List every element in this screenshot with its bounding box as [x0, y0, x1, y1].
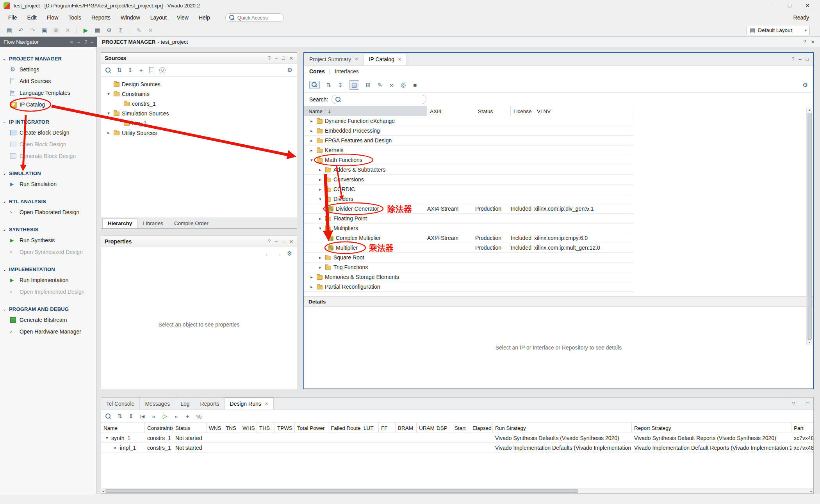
menu-edit[interactable]: Edit	[22, 12, 42, 23]
flownav-item-ip-catalog[interactable]: IPIP Catalog	[0, 99, 96, 110]
help-icon[interactable]: ?	[85, 39, 87, 45]
tab-project-summary[interactable]: Project Summary✕	[304, 53, 364, 65]
chevron-right-icon[interactable]: ▸	[317, 167, 323, 172]
minimize-icon[interactable]: ‒	[91, 39, 93, 45]
ip-row-floating-point[interactable]: ▸Floating Point	[304, 214, 633, 224]
ip-row-dividers[interactable]: ▾Dividers	[304, 194, 633, 204]
ip-row-trig-functions[interactable]: ▸Trig Functions	[304, 263, 633, 272]
tab-log[interactable]: Log	[175, 398, 195, 410]
maximize-icon[interactable]: □	[282, 55, 285, 61]
chevron-down-icon[interactable]: ▾	[309, 158, 314, 163]
source-constrs-1[interactable]: constrs_1	[101, 99, 297, 108]
runs-column-ths[interactable]: THS	[257, 423, 275, 433]
scroll-right-icon[interactable]: ▸	[810, 489, 812, 493]
details-pane-icon[interactable]: ■	[412, 82, 418, 88]
percent-icon[interactable]: %	[196, 413, 202, 420]
chevron-right-icon[interactable]: ▸	[317, 255, 323, 260]
flownav-item-open-hardware-manager[interactable]: ›Open Hardware Manager	[0, 326, 96, 337]
menu-help[interactable]: Help	[194, 12, 215, 23]
chevron-right-icon[interactable]: ▸	[309, 128, 314, 133]
ip-row-divider-generator[interactable]: Divider GeneratorAXI4-StreamProductionIn…	[304, 204, 633, 214]
chevron-right-icon[interactable]: ▸	[113, 445, 118, 450]
scroll-left-icon[interactable]: ◂	[102, 489, 104, 493]
chevron-right-icon[interactable]: ▸	[317, 177, 323, 182]
delete-icon[interactable]: ✕	[62, 26, 73, 35]
back-arrow-icon[interactable]: ←	[265, 250, 271, 257]
tab-cores[interactable]: Cores	[309, 68, 325, 75]
edit-pencil-icon[interactable]: ✎	[134, 26, 144, 35]
maximize-icon[interactable]: □	[806, 401, 809, 406]
tab-reports[interactable]: Reports	[195, 398, 225, 410]
add-repository-icon[interactable]: ⊞	[365, 82, 371, 89]
step-back-icon[interactable]: «	[151, 413, 157, 420]
details-header[interactable]: Details	[304, 296, 813, 307]
scroll-down-icon[interactable]: ▾	[809, 341, 810, 344]
link-icon[interactable]: ∞	[389, 82, 394, 88]
flownav-item-add-sources[interactable]: Add Sources	[0, 75, 96, 87]
minimize-icon[interactable]: ‒	[799, 401, 802, 406]
scroll-up-icon[interactable]: ▴	[809, 108, 810, 112]
menu-window[interactable]: Window	[116, 12, 145, 23]
ip-row-multiplier[interactable]: MultiplierProductionIncludedxilinx.com:i…	[304, 243, 633, 253]
redo-icon[interactable]: ↷	[27, 26, 38, 35]
maximize-icon[interactable]: □	[806, 57, 809, 62]
collapse-all-icon[interactable]: ⇅	[116, 67, 122, 74]
gear-icon[interactable]: ⚙	[803, 82, 808, 89]
dock-icon[interactable]: ⇔	[77, 39, 81, 45]
runs-column-run-strategy[interactable]: Run Strategy	[493, 423, 632, 433]
restart-runs-icon[interactable]: |◀	[139, 414, 145, 419]
report-sigma-icon[interactable]: Σ	[116, 26, 126, 35]
ip-column-vlnv[interactable]: VLNV	[534, 106, 633, 116]
tab-interfaces[interactable]: Interfaces	[335, 68, 358, 75]
flownav-item-open-elaborated-design[interactable]: ›Open Elaborated Design	[0, 206, 96, 218]
flownav-section-header-project-manager[interactable]: ⌄PROJECT MANAGER	[0, 53, 96, 64]
chevron-right-icon[interactable]: ▸	[309, 148, 314, 153]
program-device-icon[interactable]: ▦	[92, 26, 103, 35]
chevron-right-icon[interactable]: ▸	[317, 187, 323, 192]
help-icon[interactable]: ?	[792, 401, 795, 406]
cancel-icon[interactable]: ✕	[145, 26, 156, 35]
quick-access-input[interactable]	[237, 15, 278, 21]
undo-icon[interactable]: ↶	[16, 26, 26, 35]
save-icon[interactable]: ▤	[4, 26, 14, 35]
runs-column-wns[interactable]: WNS	[207, 423, 223, 433]
help-icon[interactable]: ?	[804, 39, 806, 45]
runs-column-tpws[interactable]: TPWS	[275, 423, 295, 433]
minimize-icon[interactable]: ‒	[275, 239, 278, 245]
chevron-down-icon[interactable]: ▾	[317, 197, 323, 202]
ip-row-complex-multiplier[interactable]: Complex MultiplierAXI4-StreamProductionI…	[304, 233, 633, 243]
tab-design-runs[interactable]: Design Runs✕	[225, 398, 274, 410]
chevron-down-icon[interactable]: ▾	[317, 226, 323, 231]
target-icon[interactable]: ◎	[400, 82, 406, 89]
flownav-item-settings[interactable]: ⚙Settings	[0, 64, 96, 75]
horizontal-scrollbar[interactable]: ◂ ▸	[101, 488, 813, 493]
runs-column-dsp[interactable]: DSP	[434, 423, 452, 433]
tab-messages[interactable]: Messages	[140, 398, 175, 410]
close-icon[interactable]: ✕	[811, 39, 815, 45]
ip-column-status[interactable]: Status	[475, 106, 511, 116]
minimize-icon[interactable]: ‒	[799, 57, 801, 62]
menu-file[interactable]: File	[3, 12, 22, 23]
chevron-down-icon[interactable]: ▾	[106, 91, 111, 96]
runs-column-bram[interactable]: BRAM	[396, 423, 417, 433]
runs-column-part[interactable]: Part	[791, 423, 813, 433]
runs-column-tns[interactable]: TNS	[223, 423, 240, 433]
search-icon[interactable]	[309, 81, 320, 89]
chevron-right-icon[interactable]: ▸	[309, 275, 314, 280]
close-icon[interactable]: ✕	[355, 57, 358, 62]
window-close-button[interactable]: ✕	[799, 0, 816, 11]
runs-column-start[interactable]: Start	[452, 423, 470, 433]
settings-gear-icon[interactable]: ⚙	[104, 26, 114, 35]
expand-all-icon[interactable]: ⇕	[127, 67, 133, 74]
collapse-all-icon[interactable]: ⇅	[117, 413, 123, 420]
flownav-section-header-ip-integrator[interactable]: ⌄IP INTEGRATOR	[0, 117, 96, 127]
run-row-impl-1[interactable]: ▸impl_1constrs_1Not startedVivado Implem…	[101, 443, 813, 453]
flownav-section-header-rtl-analysis[interactable]: ⌄RTL ANALYSIS	[0, 196, 96, 206]
minimize-icon[interactable]: ‒	[275, 55, 278, 61]
source-design-sources[interactable]: Design Sources	[101, 79, 297, 89]
help-icon[interactable]: ?	[268, 239, 271, 245]
layout-selector[interactable]: ▤ Default Layout ▾	[747, 26, 810, 35]
chevron-right-icon[interactable]: ▸	[309, 119, 314, 124]
runs-column-ff[interactable]: FF	[379, 423, 396, 433]
tab-tcl-console[interactable]: Tcl Console	[101, 398, 140, 410]
